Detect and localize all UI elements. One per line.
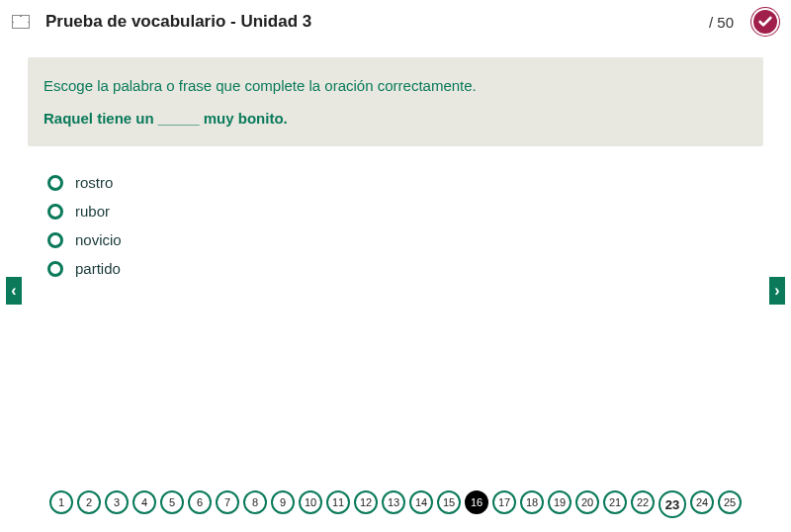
option-label: partido xyxy=(75,260,121,277)
option-row[interactable]: partido xyxy=(47,260,791,277)
page-dot-18[interactable]: 18 xyxy=(520,490,544,514)
page-dot-3[interactable]: 3 xyxy=(105,490,129,514)
page-dot-14[interactable]: 14 xyxy=(409,490,433,514)
instruction-text: Escoge la palabra o frase que complete l… xyxy=(44,77,747,94)
page-dot-25[interactable]: 25 xyxy=(718,490,742,514)
prev-button[interactable]: ‹ xyxy=(6,277,22,305)
option-label: rubor xyxy=(75,203,110,220)
radio-icon xyxy=(47,175,63,191)
page-dot-20[interactable]: 20 xyxy=(575,490,599,514)
option-row[interactable]: rubor xyxy=(47,203,791,220)
score-total: / 50 xyxy=(709,14,734,31)
page-dot-4[interactable]: 4 xyxy=(132,490,156,514)
page-dot-13[interactable]: 13 xyxy=(382,490,405,514)
option-row[interactable]: novicio xyxy=(47,231,791,248)
page-dot-23[interactable]: 23 xyxy=(659,490,686,518)
page-dot-21[interactable]: 21 xyxy=(603,490,627,514)
page-dot-2[interactable]: 2 xyxy=(77,490,101,514)
page-dot-11[interactable]: 11 xyxy=(326,490,350,514)
page-dot-24[interactable]: 24 xyxy=(690,490,714,514)
option-label: rostro xyxy=(75,174,113,191)
option-label: novicio xyxy=(75,231,122,248)
submit-check-button[interactable] xyxy=(751,8,779,36)
next-button[interactable]: › xyxy=(769,277,785,305)
page-dot-22[interactable]: 22 xyxy=(631,490,655,514)
page-dot-15[interactable]: 15 xyxy=(437,490,461,514)
check-icon xyxy=(757,14,773,30)
question-prompt: Raquel tiene un _____ muy bonito. xyxy=(44,110,747,127)
page-dot-1[interactable]: 1 xyxy=(49,490,73,514)
radio-icon xyxy=(47,204,63,220)
radio-icon xyxy=(47,261,63,277)
page-dot-10[interactable]: 10 xyxy=(299,490,322,514)
page-dot-19[interactable]: 19 xyxy=(548,490,571,514)
page-dot-7[interactable]: 7 xyxy=(216,490,239,514)
question-panel: Escoge la palabra o frase que complete l… xyxy=(28,57,763,146)
option-row[interactable]: rostro xyxy=(47,174,791,191)
page-dot-8[interactable]: 8 xyxy=(243,490,267,514)
pagination: 1234567891011121314151617181920212223242… xyxy=(0,490,791,518)
page-dot-9[interactable]: 9 xyxy=(271,490,295,514)
page-dot-16[interactable]: 16 xyxy=(465,490,488,514)
page-dot-12[interactable]: 12 xyxy=(354,490,378,514)
chevron-left-icon: ‹ xyxy=(11,282,16,300)
answer-options: rostro rubor novicio partido xyxy=(47,174,791,277)
envelope-icon[interactable] xyxy=(12,15,30,29)
chevron-right-icon: › xyxy=(774,282,779,300)
page-title: Prueba de vocabulario - Unidad 3 xyxy=(45,12,697,32)
page-dot-6[interactable]: 6 xyxy=(188,490,212,514)
page-dot-5[interactable]: 5 xyxy=(160,490,184,514)
page-dot-17[interactable]: 17 xyxy=(492,490,516,514)
radio-icon xyxy=(47,232,63,248)
